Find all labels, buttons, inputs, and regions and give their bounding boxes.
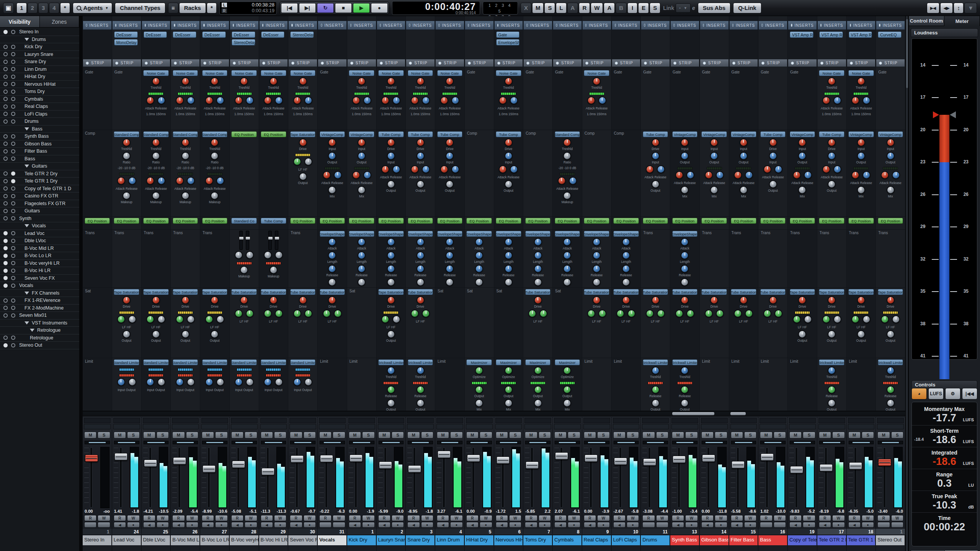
param-knob[interactable] (857, 186, 865, 194)
strip-header[interactable]: STRIP (435, 59, 464, 67)
fader-value[interactable]: -5.99 (379, 509, 388, 514)
strip-slot-limit[interactable]: Limit (582, 358, 611, 411)
param-knob[interactable] (505, 139, 513, 147)
channel-name[interactable]: Snare Dry (406, 535, 435, 545)
inserts-header[interactable]: INSERTS (112, 21, 141, 30)
param-knob[interactable] (681, 386, 689, 394)
channel-name[interactable]: Dble LVoc (142, 535, 171, 545)
strip-slot-trans[interactable]: Trans (200, 230, 229, 288)
param-knob[interactable] (857, 330, 865, 338)
record-enable-button[interactable]: ● (304, 522, 316, 528)
param-knob[interactable] (528, 310, 536, 318)
strip-slot-eq[interactable]: EQ Position (112, 217, 141, 230)
param-knob[interactable] (652, 386, 660, 394)
visible-dot-left[interactable] (3, 246, 8, 250)
pan-control[interactable] (408, 441, 433, 444)
visible-dot-left[interactable] (3, 231, 8, 235)
param-knob[interactable] (117, 177, 125, 185)
solo-button[interactable]: S (304, 432, 316, 439)
param-knob[interactable] (505, 238, 513, 246)
param-knob[interactable] (887, 330, 895, 338)
visible-dot-left[interactable] (3, 52, 8, 56)
solo-button[interactable]: S (715, 432, 727, 439)
solo-button[interactable]: S (597, 432, 609, 439)
record-enable-button[interactable]: ● (186, 522, 198, 528)
module-button-eq-position[interactable]: EQ Position (790, 218, 815, 224)
mute-button[interactable]: M (114, 432, 126, 439)
param-knob[interactable] (652, 296, 660, 304)
param-knob[interactable] (681, 152, 689, 160)
fader-value[interactable]: -6.35 (849, 509, 858, 514)
param-knob[interactable] (563, 367, 571, 375)
read-automation-button[interactable]: R (701, 515, 714, 521)
param-knob[interactable] (652, 367, 660, 375)
module-button-noise-gate[interactable]: Noise Gate (378, 70, 404, 76)
module-button-brickwall-limiter[interactable]: Brickwall Limiter (408, 359, 433, 365)
strip-slot-comp[interactable]: VintageCompInputOutputAttack ReleaseMix (347, 130, 376, 217)
mute-button[interactable]: M (613, 432, 626, 439)
channel-name[interactable]: Seven Voc FX (288, 535, 317, 545)
strip-slot-sat[interactable]: Sat (83, 288, 112, 358)
module-button-tube-comp[interactable]: Tube Comp (643, 131, 668, 137)
strip-slot-trans[interactable]: EnvelopeShaperAttackLengthReleaseOutput (347, 230, 376, 288)
module-button-standard-co[interactable]: Standard Co (231, 218, 257, 224)
visible-dot-left[interactable] (3, 45, 8, 49)
param-knob[interactable] (593, 238, 601, 246)
routing-input[interactable] (495, 418, 522, 423)
solo-button[interactable]: S (862, 432, 874, 439)
param-knob[interactable] (505, 367, 513, 375)
param-knob[interactable] (187, 96, 195, 104)
fader-value[interactable]: 0.00 (702, 509, 710, 514)
mute-button[interactable]: M (378, 432, 390, 439)
strip-slot-comp[interactable]: Tube CompDriveInputAttack ReleaseOutput (406, 130, 435, 217)
visible-dot-right[interactable] (11, 298, 15, 303)
read-automation-button[interactable]: R (261, 515, 273, 521)
inserts-header[interactable]: INSERTS (788, 21, 817, 30)
param-knob[interactable] (328, 186, 336, 194)
param-knob[interactable] (622, 278, 630, 286)
visible-dot-right[interactable] (11, 171, 15, 176)
insert-slot-deesser[interactable]: DeEsser (173, 31, 196, 38)
param-knob[interactable] (422, 96, 430, 104)
read-automation-button[interactable]: R (819, 515, 831, 521)
sidebar-item-toms-dry[interactable]: Toms Dry (0, 88, 79, 96)
visible-dot-right[interactable] (11, 142, 15, 146)
param-knob[interactable] (211, 77, 219, 85)
param-knob[interactable] (534, 238, 542, 246)
param-knob[interactable] (851, 315, 859, 323)
inserts-header[interactable]: INSERTS (377, 21, 406, 30)
module-button-noise-gate[interactable]: Noise Gate (261, 70, 286, 76)
param-knob[interactable] (293, 378, 301, 386)
param-knob[interactable] (358, 152, 366, 160)
pan-control[interactable] (702, 441, 727, 444)
param-knob[interactable] (534, 296, 542, 304)
param-knob[interactable] (422, 165, 430, 173)
write-automation-button[interactable]: W (333, 515, 345, 521)
inserts-header[interactable]: INSERTS (142, 21, 171, 30)
module-button-tube-saturation[interactable]: Tube Saturation (231, 289, 257, 295)
mini-fader[interactable] (268, 231, 272, 250)
strip-slot-gate[interactable]: Gate (670, 69, 699, 130)
record-enable-button[interactable]: ● (392, 522, 404, 528)
routing-input[interactable] (201, 418, 228, 423)
pan-control[interactable] (555, 441, 580, 444)
module-button-tape-saturation[interactable]: Tape Saturation (790, 289, 815, 295)
param-knob[interactable] (622, 265, 630, 273)
strip-slot-comp[interactable]: EQ Position (259, 130, 288, 217)
visible-dot-right[interactable] (11, 179, 15, 183)
module-button-tube-saturation[interactable]: Tube Saturation (643, 289, 668, 295)
strip-slot-eq[interactable]: EQ Position (553, 217, 582, 230)
param-knob[interactable] (505, 386, 513, 394)
pan-control[interactable] (878, 441, 903, 444)
param-knob[interactable] (181, 330, 189, 338)
peak-value[interactable]: -10.6 (218, 509, 227, 514)
param-knob[interactable] (887, 367, 895, 375)
peak-value[interactable]: -1.9 (367, 509, 374, 514)
param-knob[interactable] (881, 171, 889, 179)
peak-value[interactable]: -10.5 (159, 509, 168, 514)
param-knob[interactable] (270, 266, 278, 274)
sidebar-item-kick-dry[interactable]: Kick Dry (0, 43, 79, 51)
param-knob[interactable] (475, 367, 483, 375)
param-knob[interactable] (534, 278, 542, 286)
param-knob[interactable] (627, 310, 635, 318)
